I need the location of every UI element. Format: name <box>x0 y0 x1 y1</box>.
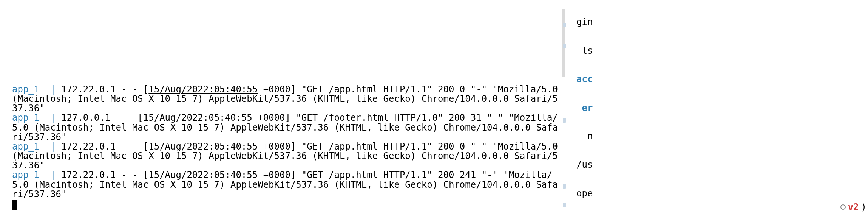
right-line: gin <box>576 17 861 27</box>
scrollbar-thumb-left[interactable] <box>562 9 565 77</box>
right-line: ope <box>576 189 861 198</box>
log-source: app_1 <box>12 112 39 123</box>
right-pane-status: v2) <box>840 203 866 212</box>
status-paren: ) <box>861 203 866 212</box>
log-line: app_1 | 172.22.0.1 - - [15/Aug/2022:05:4… <box>12 170 559 199</box>
overview-marker <box>563 184 566 189</box>
overview-marker <box>563 118 566 123</box>
right-line: n <box>576 132 861 141</box>
log-source: app_1 <box>12 170 39 180</box>
log-line: app_1 | 172.22.0.1 - - [15/Aug/2022:05:4… <box>12 142 559 171</box>
log-separator: | <box>39 84 61 95</box>
split-view: app_1 | 172.22.0.1 - - [15/Aug/2022:05:4… <box>0 0 868 212</box>
overview-marker <box>563 203 566 207</box>
terminal-pane-right[interactable]: gin ls acc er n /us ope gin ta ror → rni… <box>574 0 868 212</box>
log-body: 172.22.0.1 - - [15/Aug/2022:05:40:55 +00… <box>12 170 558 199</box>
log-output: app_1 | 172.22.0.1 - - [15/Aug/2022:05:4… <box>12 85 559 210</box>
log-timestamp: 15/Aug/2022:05:40:55 <box>143 112 252 123</box>
sync-status-icon <box>840 204 846 210</box>
log-timestamp-underlined: 15/Aug/2022:05:40:55 <box>148 84 258 95</box>
right-line: ls <box>576 46 861 56</box>
overview-marker <box>563 23 566 27</box>
log-timestamp: 15/Aug/2022:05:40:55 <box>148 170 258 180</box>
right-pane-output: gin ls acc er n /us ope gin ta ror → rni <box>576 0 861 212</box>
log-body: 127.0.0.1 - - [15/Aug/2022:05:40:55 +000… <box>12 112 558 142</box>
log-body: 172.22.0.1 - - [15/Aug/2022:05:40:55 +00… <box>12 141 563 171</box>
terminal-pane-left[interactable]: app_1 | 172.22.0.1 - - [15/Aug/2022:05:4… <box>0 0 567 212</box>
log-separator: | <box>39 170 61 180</box>
log-separator: | <box>39 112 61 123</box>
right-line: acc <box>576 75 861 84</box>
log-line: app_1 | 172.22.0.1 - - [15/Aug/2022:05:4… <box>12 85 559 114</box>
terminal-cursor <box>12 200 17 210</box>
git-branch-label: v2 <box>848 203 859 212</box>
log-timestamp: 15/Aug/2022:05:40:55 <box>148 141 258 152</box>
overview-marker <box>563 44 566 48</box>
log-source: app_1 <box>12 141 39 152</box>
log-line: app_1 | 127.0.0.1 - - [15/Aug/2022:05:40… <box>12 113 559 142</box>
log-body: 172.22.0.1 - - [15/Aug/2022:05:40:55 +00… <box>12 84 563 114</box>
right-line: er <box>576 103 861 113</box>
scrollbar-track-left[interactable] <box>561 0 567 212</box>
pane-divider[interactable] <box>567 0 574 212</box>
log-source: app_1 <box>12 84 39 95</box>
log-separator: | <box>39 141 61 152</box>
right-line: /us <box>576 160 861 170</box>
